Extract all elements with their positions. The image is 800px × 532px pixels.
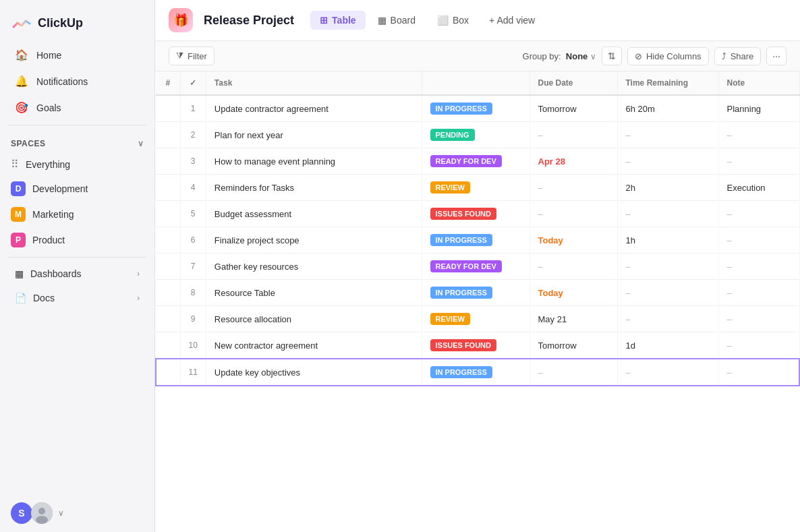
row-hash bbox=[156, 148, 180, 175]
row-task[interactable]: Update contractor agreement bbox=[206, 95, 422, 122]
row-status: ISSUES FOUND bbox=[422, 201, 530, 227]
status-badge: IN PROGRESS bbox=[430, 102, 492, 115]
row-num: 1 bbox=[180, 95, 206, 122]
row-status: READY FOR DEV bbox=[422, 148, 530, 175]
user-avatar-2[interactable] bbox=[31, 502, 53, 524]
sidebar-item-home[interactable]: 🏠 Home bbox=[4, 42, 150, 68]
hide-columns-label: Hide Columns bbox=[646, 51, 702, 61]
status-badge: ISSUES FOUND bbox=[430, 208, 497, 220]
row-num: 4 bbox=[180, 175, 206, 201]
sidebar-item-goals[interactable]: 🎯 Goals bbox=[4, 94, 150, 121]
table-row[interactable]: 7Gather key resourcesREADY FOR DEV––– bbox=[156, 254, 799, 280]
row-task[interactable]: Gather key resources bbox=[206, 254, 422, 280]
logo-text: ClickUp bbox=[38, 16, 83, 30]
row-due-date: – bbox=[530, 175, 617, 201]
row-status: REVIEW bbox=[422, 175, 530, 201]
sidebar-item-product[interactable]: P Product bbox=[0, 227, 154, 253]
row-time-remaining: – bbox=[617, 201, 718, 227]
task-table: # ✓ Task Due Date Time Remaining Note 1U… bbox=[155, 71, 800, 386]
row-note: Planning bbox=[718, 95, 799, 122]
row-task[interactable]: Finalize project scope bbox=[206, 227, 422, 254]
bell-icon: 🔔 bbox=[15, 75, 28, 88]
table-row[interactable]: 3How to manage event planningREADY FOR D… bbox=[156, 148, 799, 175]
sidebar-item-everything[interactable]: ⠿ Everything bbox=[0, 152, 154, 176]
table-row[interactable]: 5Budget assessmentISSUES FOUND––– bbox=[156, 201, 799, 227]
row-status: IN PROGRESS bbox=[422, 359, 530, 386]
main-content: 🎁 Release Project ⊞ Table ▦ Board ⬜ Box … bbox=[155, 0, 800, 532]
table-row[interactable]: 9Resource allocationREVIEWMay 21–– bbox=[156, 306, 799, 332]
home-label: Home bbox=[36, 50, 61, 61]
docs-chevron: › bbox=[137, 293, 140, 303]
row-num: 10 bbox=[180, 332, 206, 359]
row-note: – bbox=[718, 254, 799, 280]
table-row[interactable]: 2Plan for next yearPENDING––– bbox=[156, 122, 799, 148]
row-hash bbox=[156, 201, 180, 227]
row-note: – bbox=[718, 227, 799, 254]
notifications-label: Notifications bbox=[36, 76, 88, 87]
spaces-chevron[interactable]: ∨ bbox=[138, 139, 144, 148]
footer-chevron[interactable]: ∨ bbox=[58, 508, 64, 518]
row-time-remaining: – bbox=[617, 122, 718, 148]
row-task[interactable]: Resource Table bbox=[206, 280, 422, 306]
tab-table[interactable]: ⊞ Table bbox=[310, 11, 366, 30]
sidebar-item-dashboards[interactable]: ▦ Dashboards › bbox=[4, 262, 150, 286]
row-hash bbox=[156, 227, 180, 254]
row-num: 9 bbox=[180, 306, 206, 332]
table-row[interactable]: 6Finalize project scopeIN PROGRESSToday1… bbox=[156, 227, 799, 254]
tab-board[interactable]: ▦ Board bbox=[368, 11, 425, 30]
product-avatar: P bbox=[11, 233, 26, 247]
row-task[interactable]: Resource allocation bbox=[206, 306, 422, 332]
sidebar-item-development[interactable]: D Development bbox=[0, 176, 154, 202]
table-row[interactable]: 4Reminders for TasksREVIEW–2hExecution bbox=[156, 175, 799, 201]
add-view-button[interactable]: + Add view bbox=[481, 11, 543, 30]
view-tabs: ⊞ Table ▦ Board ⬜ Box + Add view bbox=[310, 11, 543, 30]
row-hash bbox=[156, 95, 180, 122]
filter-icon: ⧩ bbox=[176, 51, 183, 61]
divider-2 bbox=[8, 257, 146, 258]
row-note: – bbox=[718, 359, 799, 386]
status-badge: READY FOR DEV bbox=[430, 155, 502, 167]
row-status: IN PROGRESS bbox=[422, 280, 530, 306]
row-due-date: Today bbox=[530, 280, 617, 306]
row-task[interactable]: Plan for next year bbox=[206, 122, 422, 148]
docs-icon: 📄 bbox=[15, 293, 26, 303]
table-row[interactable]: 10New contractor agreementISSUES FOUNDTo… bbox=[156, 332, 799, 359]
share-button[interactable]: ⤴ Share bbox=[714, 47, 762, 65]
product-label: Product bbox=[32, 235, 65, 245]
row-task[interactable]: Reminders for Tasks bbox=[206, 175, 422, 201]
table-row[interactable]: 1Update contractor agreementIN PROGRESST… bbox=[156, 95, 799, 122]
row-task[interactable]: Update key objectives bbox=[206, 359, 422, 386]
tab-box[interactable]: ⬜ Box bbox=[428, 11, 478, 30]
row-time-remaining: – bbox=[617, 148, 718, 175]
row-due-date: Apr 28 bbox=[530, 148, 617, 175]
more-options-button[interactable]: ··· bbox=[766, 47, 787, 65]
row-task[interactable]: How to manage event planning bbox=[206, 148, 422, 175]
sort-button[interactable]: ⇅ bbox=[602, 47, 622, 65]
row-task[interactable]: Budget assessment bbox=[206, 201, 422, 227]
row-note: – bbox=[718, 148, 799, 175]
sidebar-footer: S ∨ bbox=[0, 494, 154, 532]
tab-box-label: Box bbox=[453, 15, 469, 26]
divider-1 bbox=[8, 125, 146, 125]
board-icon: ▦ bbox=[378, 15, 387, 26]
hide-columns-button[interactable]: ⊘ Hide Columns bbox=[627, 47, 709, 65]
filter-button[interactable]: ⧩ Filter bbox=[169, 47, 215, 65]
main-header: 🎁 Release Project ⊞ Table ▦ Board ⬜ Box … bbox=[155, 0, 800, 41]
sidebar-item-marketing[interactable]: M Marketing bbox=[0, 202, 154, 227]
row-time-remaining: – bbox=[617, 254, 718, 280]
table-row[interactable]: 11Update key objectivesIN PROGRESS––– bbox=[156, 359, 799, 386]
table-row[interactable]: 8Resource TableIN PROGRESSToday–– bbox=[156, 280, 799, 306]
row-hash bbox=[156, 280, 180, 306]
row-due-date: Tomorrow bbox=[530, 95, 617, 122]
group-by-value: None bbox=[566, 51, 588, 61]
sidebar-item-notifications[interactable]: 🔔 Notifications bbox=[4, 68, 150, 94]
col-time-remaining: Time Remaining bbox=[617, 71, 718, 95]
status-badge: ISSUES FOUND bbox=[430, 339, 497, 351]
row-status: ISSUES FOUND bbox=[422, 332, 530, 359]
main-nav: 🏠 Home 🔔 Notifications 🎯 Goals bbox=[0, 42, 154, 121]
sidebar-item-docs[interactable]: 📄 Docs › bbox=[4, 286, 150, 310]
row-task[interactable]: New contractor agreement bbox=[206, 332, 422, 359]
row-due-date: – bbox=[530, 122, 617, 148]
hide-icon: ⊘ bbox=[635, 51, 642, 61]
user-avatar-s[interactable]: S bbox=[11, 502, 32, 524]
